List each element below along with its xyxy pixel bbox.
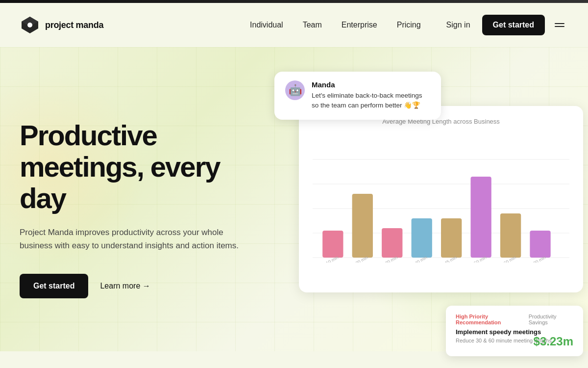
hero-title: Productive meetings, every day [20, 120, 245, 213]
nav-individual[interactable]: Individual [250, 21, 283, 29]
get-started-nav-button[interactable]: Get started [482, 15, 545, 35]
logo-icon [20, 15, 40, 35]
svg-rect-14 [500, 213, 521, 258]
hero-right: 🤖 Manda Let's eliminate back-to-back mee… [274, 67, 568, 351]
svg-rect-9 [352, 194, 373, 258]
rec-header: High Priority Recommendation Productivit… [456, 314, 573, 325]
menu-line-2 [555, 26, 564, 27]
svg-rect-15 [530, 231, 550, 258]
svg-rect-10 [382, 228, 402, 258]
chat-name: Manda [312, 80, 430, 89]
hero-learn-more-button[interactable]: Learn more → [100, 282, 150, 290]
chat-avatar: 🤖 [285, 80, 305, 100]
chart-svg: 10 min 20 min 30 min 40 min 45 min 50 mi… [313, 135, 569, 263]
hero-left: Productive meetings, every day Project M… [20, 120, 274, 298]
hero-section: Productive meetings, every day Project M… [0, 47, 588, 351]
sign-in-button[interactable]: Sign in [441, 17, 476, 33]
chart-container: Average Meeting Length across Business [299, 106, 583, 292]
nav-team[interactable]: Team [303, 21, 322, 29]
chat-bubble: 🤖 Manda Let's eliminate back-to-back mee… [274, 72, 441, 120]
navbar: project manda Individual Team Enterprise… [0, 3, 588, 47]
menu-icon-button[interactable] [551, 19, 568, 31]
nav-pricing[interactable]: Pricing [397, 21, 421, 29]
nav-enterprise[interactable]: Enterprise [342, 21, 377, 29]
logo-text: project manda [45, 20, 103, 30]
nav-actions: Sign in Get started [441, 15, 568, 35]
menu-line-1 [555, 23, 564, 24]
chat-text: Let's eliminate back-to-back meetings so… [312, 91, 430, 111]
chart-area: 10 min 20 min 30 min 40 min 45 min 50 mi… [313, 135, 569, 263]
hero-description: Project Manda improves productivity acro… [20, 226, 245, 252]
nav-links: Individual Team Enterprise Pricing [250, 21, 421, 29]
svg-point-2 [27, 23, 32, 27]
logo[interactable]: project manda [20, 15, 103, 35]
hero-get-started-button[interactable]: Get started [20, 274, 88, 298]
rec-savings-label: Productivity Savings [529, 314, 573, 325]
rec-priority-label: High Priority Recommendation [456, 314, 529, 325]
svg-rect-13 [470, 177, 491, 258]
svg-rect-8 [322, 231, 343, 258]
hero-actions: Get started Learn more → [20, 274, 245, 298]
svg-rect-11 [412, 218, 432, 258]
recommendation-card: High Priority Recommendation Productivit… [446, 306, 583, 356]
chat-content: Manda Let's eliminate back-to-back meeti… [312, 80, 430, 111]
svg-rect-12 [441, 218, 462, 258]
